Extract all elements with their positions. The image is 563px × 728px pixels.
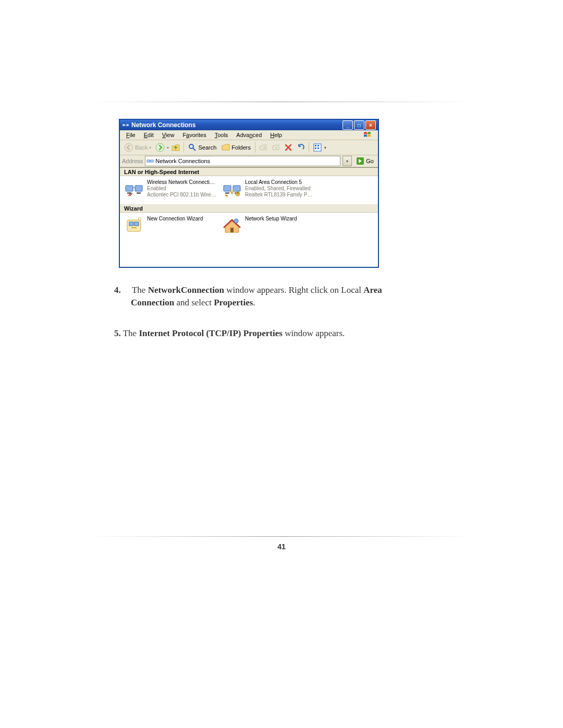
step-4-bold-1: NetworkConnection	[148, 285, 224, 295]
svg-rect-13	[126, 186, 133, 191]
delete-button[interactable]	[283, 142, 294, 153]
item-title: Network Setup Wizard	[245, 216, 297, 222]
svg-point-2	[125, 143, 133, 152]
back-label: Back	[135, 144, 148, 151]
svg-rect-6	[315, 145, 316, 146]
window-body: LAN or High-Speed Internet	[120, 167, 378, 267]
titlebar[interactable]: Network Connections _ □ ×	[120, 120, 378, 130]
step-4-text-f: and select	[174, 298, 214, 307]
address-dropdown[interactable]: ▾	[342, 156, 352, 166]
menu-help[interactable]: Help	[266, 131, 286, 139]
step-5-text-a: The	[121, 328, 139, 338]
step-4-bold-2: Area	[363, 285, 382, 295]
folders-button[interactable]: Folders	[219, 142, 253, 153]
menubar: File Edit View Favorites Tools Advanced …	[120, 130, 378, 140]
step-4-text-c: window appears. Right click on Local	[224, 285, 363, 295]
address-value: Network Connections	[155, 158, 210, 164]
address-bar: Address Network Connections ▾ Go	[120, 155, 378, 167]
local-area-connection-item[interactable]: Local Area Connection 5 Enabled, Shared,…	[222, 179, 316, 199]
svg-rect-9	[317, 147, 319, 149]
page-number: 41	[0, 542, 563, 551]
address-label: Address	[122, 158, 143, 164]
copy-to-button[interactable]	[270, 142, 282, 153]
views-button[interactable]: ▾	[311, 142, 328, 153]
step-4-text-a: The	[132, 285, 148, 295]
document-page: Network Connections _ □ × File Edit View…	[0, 0, 563, 728]
menu-file[interactable]: File	[122, 131, 140, 139]
step-4-bold-4: Properties	[214, 298, 253, 307]
lan-connection-icon	[222, 179, 242, 199]
group-wizard-body: New Connection Wizard Network Setup Wiz	[120, 213, 378, 251]
item-title: New Connection Wizard	[147, 216, 203, 222]
step-4: 4. The NetworkConnection window appears.…	[114, 284, 458, 297]
group-wizard-header: Wizard	[120, 204, 378, 213]
svg-rect-19	[225, 192, 229, 194]
minimize-button[interactable]: _	[342, 120, 353, 130]
svg-rect-18	[233, 186, 240, 191]
move-to-button[interactable]	[258, 142, 269, 153]
item-title: Local Area Connection 5	[245, 179, 315, 186]
step-5-text-c: window appears.	[283, 328, 345, 338]
item-status: Enabled, Shared, Firewalled	[245, 186, 315, 192]
step-5: 5. The Internet Protocol (TCP/IP) Proper…	[114, 327, 458, 340]
divider-top	[91, 102, 472, 102]
item-device: Actiontec PCI 802.11b Wireles...	[147, 192, 217, 198]
item-status: Enabled	[147, 186, 217, 192]
toolbar: Back ▾ ▾ Search Folders	[120, 140, 378, 155]
svg-rect-22	[237, 192, 239, 194]
step-5-number: 5.	[114, 328, 121, 338]
network-setup-wizard-icon	[222, 216, 242, 236]
svg-rect-14	[135, 186, 142, 191]
toolbar-separator	[183, 142, 184, 153]
step-4-line2: Connection and select Properties.	[131, 297, 454, 309]
svg-rect-8	[315, 147, 316, 149]
menu-view[interactable]: View	[158, 131, 179, 139]
svg-rect-24	[129, 222, 133, 226]
svg-rect-17	[224, 186, 231, 191]
search-button[interactable]: Search	[186, 142, 218, 153]
wireless-connection-icon	[124, 179, 144, 199]
go-label: Go	[366, 158, 374, 164]
search-label: Search	[198, 144, 216, 151]
menu-advanced[interactable]: Advanced	[232, 131, 266, 139]
forward-button[interactable]	[154, 142, 166, 153]
go-button[interactable]: Go	[354, 156, 376, 166]
toolbar-separator	[255, 142, 255, 153]
menu-edit[interactable]: Edit	[140, 131, 158, 139]
windows-flag-icon	[357, 130, 378, 140]
wireless-connection-item[interactable]: Wireless Network Connection 4 Enabled Ac…	[124, 179, 218, 199]
new-connection-wizard-icon	[124, 216, 144, 236]
address-field[interactable]: Network Connections	[145, 156, 340, 166]
network-icon	[122, 121, 129, 129]
close-button[interactable]: ×	[365, 120, 376, 130]
item-device: Realtek RTL8139 Family PCI F...	[245, 192, 315, 198]
divider-bottom	[91, 536, 472, 537]
up-button[interactable]	[170, 142, 181, 153]
svg-point-4	[189, 144, 193, 149]
undo-button[interactable]	[295, 142, 307, 153]
step-4-text-h: .	[253, 298, 255, 307]
svg-rect-1	[126, 124, 129, 126]
toolbar-separator	[309, 142, 309, 153]
svg-point-3	[156, 143, 164, 152]
svg-rect-26	[230, 228, 234, 232]
maximize-button[interactable]: □	[354, 120, 364, 130]
window-title: Network Connections	[131, 121, 341, 129]
group-lan-body: Wireless Network Connection 4 Enabled Ac…	[120, 176, 378, 204]
svg-rect-16	[137, 192, 141, 194]
network-setup-wizard-item[interactable]: Network Setup Wizard	[222, 216, 316, 236]
svg-rect-10	[147, 160, 150, 162]
network-connections-window: Network Connections _ □ × File Edit View…	[119, 119, 378, 267]
svg-rect-0	[123, 124, 125, 126]
folders-label: Folders	[231, 144, 251, 151]
step-4-number: 4.	[114, 284, 130, 297]
new-connection-wizard-item[interactable]: New Connection Wizard	[124, 216, 218, 236]
back-button[interactable]: Back ▾	[122, 142, 153, 153]
menu-tools[interactable]: Tools	[211, 131, 232, 139]
svg-point-27	[234, 219, 238, 223]
step-5-bold-1: Internet Protocol (TCP/IP) Properties	[139, 328, 283, 338]
svg-rect-25	[134, 222, 139, 226]
item-title: Wireless Network Connection 4	[147, 179, 217, 186]
svg-rect-7	[317, 145, 319, 146]
menu-favorites[interactable]: Favorites	[178, 131, 210, 139]
